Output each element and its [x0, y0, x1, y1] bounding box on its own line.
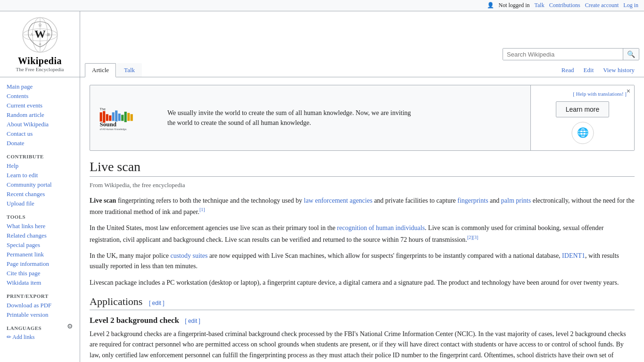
contributions-link[interactable]: Contributions [549, 2, 580, 9]
banner-close-button[interactable]: × [627, 87, 630, 95]
banner-learn-more-button[interactable]: Learn more [556, 101, 610, 117]
sidebar-item-special-pages[interactable]: Special pages [7, 240, 73, 250]
search-box[interactable]: 🔍 [503, 48, 639, 60]
svg-text:Sound: Sound [100, 121, 117, 128]
search-button[interactable]: 🔍 [623, 49, 639, 60]
svg-text:🌐: 🌐 [577, 127, 588, 138]
languages-settings-icon[interactable]: ⚙ [67, 322, 73, 330]
tab-talk[interactable]: Talk [117, 63, 142, 77]
sidebar-item-upload-file[interactable]: Upload file [7, 199, 73, 208]
applications-edit-link[interactable]: [ edit ] [149, 300, 165, 306]
sidebar-item-main-page[interactable]: Main page [7, 82, 73, 91]
sidebar-contribute-section: Contribute Help Learn to edit Community … [7, 154, 73, 208]
sidebar-tools-section: Tools What links here Related changes Sp… [7, 214, 73, 288]
tabs-row: Article Talk Read Edit View history [80, 63, 644, 77]
tab-article[interactable]: Article [85, 63, 116, 77]
article-content: The Sound [80, 77, 644, 362]
svg-text:A: A [30, 33, 33, 37]
svg-rect-17 [118, 114, 121, 121]
sidebar-nav-section: Main page Contents Current events Random… [7, 82, 73, 148]
level2-edit-link[interactable]: [ edit ] [185, 318, 200, 324]
level2-subsection-title: Level 2 background check [ edit ] [90, 316, 635, 325]
sidebar-item-random-article[interactable]: Random article [7, 110, 73, 120]
palm-prints-link[interactable]: palm prints [501, 197, 531, 204]
svg-rect-21 [131, 114, 133, 121]
article-paragraph-1: Live scan fingerprinting refers to both … [90, 196, 635, 217]
recognition-link[interactable]: recognition of human individuals [337, 224, 425, 231]
sidebar-item-contact-us[interactable]: Contact us [7, 129, 73, 139]
sidebar-item-permanent-link[interactable]: Permanent link [7, 250, 73, 259]
sidebar-item-help[interactable]: Help [7, 161, 73, 171]
svg-text:W: W [34, 28, 46, 40]
site-subtitle: The Free Encyclopedia [16, 66, 64, 72]
tab-view-history[interactable]: View history [598, 64, 639, 77]
live-scan-bold: Live scan [90, 197, 116, 204]
svg-text:of All Human Knowledge.: of All Human Knowledge. [100, 128, 127, 131]
main-layout: Main page Contents Current events Random… [0, 77, 644, 362]
top-bar: 👤 Not logged in Talk Contributions Creat… [0, 0, 644, 11]
sidebar-item-related-changes[interactable]: Related changes [7, 231, 73, 240]
banner-logo: The Sound [99, 103, 160, 132]
tab-read[interactable]: Read [557, 64, 579, 77]
logo-area: W Ω 象 A α Wikipedia The Free Encyclopedi… [0, 11, 80, 77]
search-input[interactable] [503, 49, 623, 60]
sidebar-print-section: Print/export Download as PDF Printable v… [7, 293, 73, 320]
ref-2[interactable]: [2] [467, 235, 473, 240]
level2-paragraph-1: Level 2 background checks are a fingerpr… [90, 329, 635, 362]
log-in-link[interactable]: Log in [623, 2, 638, 9]
svg-rect-20 [127, 113, 130, 121]
sidebar-item-add-links[interactable]: ✏ Add links [7, 333, 73, 342]
sidebar-item-download-pdf[interactable]: Download as PDF [7, 301, 73, 310]
svg-rect-16 [115, 110, 117, 121]
tab-edit[interactable]: Edit [579, 64, 599, 77]
banner-right: × [ Help with translations! ] Learn more… [530, 85, 634, 150]
sidebar-item-wikidata-item[interactable]: Wikidata item [7, 278, 73, 288]
sidebar-item-page-information[interactable]: Page information [7, 259, 73, 269]
svg-text:The: The [100, 107, 106, 111]
banner-left: The Sound [90, 85, 530, 150]
talk-link[interactable]: Talk [535, 2, 545, 9]
sidebar: Main page Contents Current events Random… [0, 77, 80, 362]
sidebar-item-contents[interactable]: Contents [7, 91, 73, 101]
sidebar-item-current-events[interactable]: Current events [7, 101, 73, 110]
site-title: Wikipedia [18, 56, 62, 66]
print-section-title: Print/export [7, 293, 73, 299]
sidebar-item-about-wikipedia[interactable]: About Wikipedia [7, 120, 73, 129]
svg-text:α: α [39, 42, 41, 46]
custody-suites-link[interactable]: custody suites [170, 252, 207, 259]
sidebar-item-what-links-here[interactable]: What links here [7, 222, 73, 231]
sidebar-languages-section: Languages ⚙ ✏ Add links [7, 320, 73, 342]
svg-text:象: 象 [46, 33, 50, 37]
svg-rect-13 [106, 114, 108, 121]
create-account-link[interactable]: Create account [585, 2, 619, 9]
fingerprints-link[interactable]: fingerprints [457, 197, 488, 204]
sidebar-item-learn-to-edit[interactable]: Learn to edit [7, 171, 73, 180]
sidebar-item-recent-changes[interactable]: Recent changes [7, 189, 73, 199]
sidebar-item-cite-this-page[interactable]: Cite this page [7, 269, 73, 278]
article-title: Live scan [90, 159, 635, 177]
ref-1[interactable]: [1] [199, 207, 205, 212]
ref-3[interactable]: [3] [473, 235, 479, 240]
ident1-link[interactable]: IDENT1 [562, 252, 585, 259]
svg-rect-18 [121, 115, 124, 121]
svg-rect-19 [124, 112, 127, 122]
wikipedia-logo: W Ω 象 A α [21, 16, 59, 54]
not-logged-in-text: Not logged in [499, 2, 530, 9]
tools-section-title: Tools [7, 214, 73, 220]
sidebar-item-community-portal[interactable]: Community portal [7, 180, 73, 189]
svg-rect-11 [100, 112, 102, 121]
article-paragraph-4: Livescan package includes a PC workstati… [90, 278, 635, 288]
sound-logo-svg: The Sound [99, 103, 160, 132]
banner-help-link[interactable]: [ Help with translations! ] [573, 91, 627, 97]
article-source: From Wikipedia, the free encyclopedia [90, 181, 635, 189]
user-icon: 👤 [487, 2, 494, 9]
wikimedia-logo: 🌐 [571, 121, 594, 145]
sidebar-item-donate[interactable]: Donate [7, 139, 73, 148]
law-enforcement-link[interactable]: law enforcement agencies [304, 197, 372, 204]
sidebar-item-printable-version[interactable]: Printable version [7, 310, 73, 320]
header: W Ω 象 A α Wikipedia The Free Encyclopedi… [0, 11, 644, 77]
article-paragraph-3: In the UK, many major police custody sui… [90, 251, 635, 272]
tabs-search-area: 🔍 Article Talk Read Edit View history [80, 11, 644, 77]
svg-rect-14 [109, 115, 111, 121]
svg-text:Ω: Ω [39, 23, 41, 27]
